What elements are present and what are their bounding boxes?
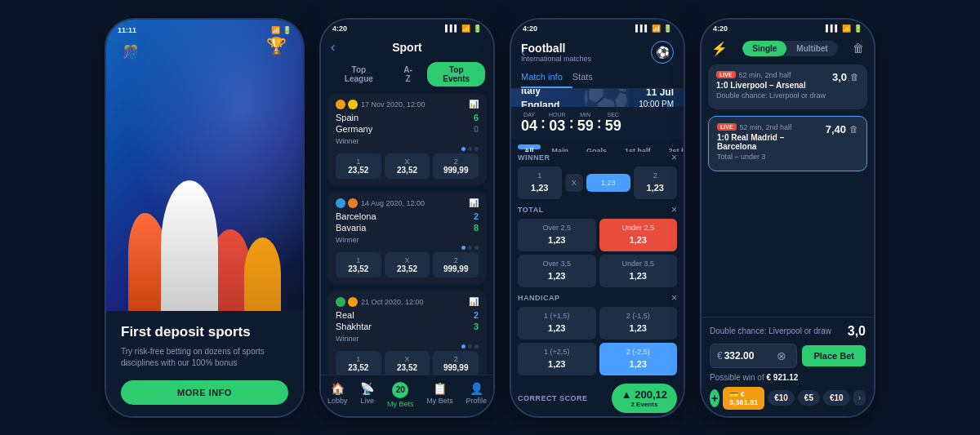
quick-amt-10b[interactable]: €10 — [823, 390, 850, 406]
filter-goals[interactable]: Goals — [580, 144, 613, 149]
tab-match-info[interactable]: Match info — [521, 67, 572, 88]
nav-lobby[interactable]: 🏠 Lobby — [327, 382, 348, 408]
status-time: 11:11 — [118, 26, 136, 34]
filter-tabs: Top League A-Z Top Events — [321, 59, 493, 90]
nav-bets[interactable]: 📋 My Bets — [426, 382, 453, 408]
tab-stats[interactable]: Stats — [572, 67, 603, 88]
filter-2st-half[interactable]: 2st half — [662, 144, 684, 149]
odds-btn-2-x[interactable]: X23,52 — [385, 252, 430, 277]
team-germany: Germany — [336, 124, 372, 134]
quick-amt-5[interactable]: €5 — [798, 390, 820, 406]
odds-btn-2-1[interactable]: 123,52 — [336, 252, 381, 277]
bet-trash-1[interactable]: 🗑 — [850, 72, 859, 82]
winner-bet-x-container: X — [565, 174, 584, 192]
total-section-title: TOTAL — [518, 206, 544, 214]
handicap-close-icon[interactable]: × — [671, 292, 677, 304]
countdown-day: Day 04 — [521, 112, 537, 135]
winner-close-icon[interactable]: × — [671, 152, 677, 163]
status-bar-betslip: 4:20 ▌▌▌📶🔋 — [702, 20, 874, 34]
bet-match-name-1: 1:0 Liverpool – Arsenal — [716, 81, 832, 90]
total-under-2-5[interactable]: Under 2,5 1,23 — [599, 219, 678, 251]
total-over-2-5[interactable]: Over 2,5 1,23 — [518, 219, 596, 251]
handicap-row-1: 1 (+1,5) 1,23 2 (-1,5) 1,23 — [518, 307, 677, 340]
wallet-balance-btn[interactable]: 💳 € 3,361.81 — [723, 387, 764, 410]
match-date-2: 14 Aug 2020, 12:00 — [336, 198, 425, 208]
quick-amt-10[interactable]: €10 — [768, 390, 795, 406]
winner-bet-1[interactable]: 1 1,23 — [518, 166, 562, 199]
tab-single[interactable]: Single — [742, 41, 786, 56]
handicap-2-minus1-5[interactable]: 2 (-1,5) 1,23 — [599, 307, 678, 340]
tab-multibet[interactable]: Multibet — [786, 41, 837, 56]
handicap-row-2: 1 (+2,5) 1,23 2 (-2,5) 1,23 — [518, 343, 677, 375]
team-barcelona: Barcelona — [336, 211, 376, 221]
stake-input-field[interactable] — [724, 350, 773, 362]
market-label-3: Winner — [336, 335, 479, 343]
countdown-sep-3: : — [597, 115, 602, 132]
bet-match-name-2: 1:0 Real Madrid – Barcelona — [717, 133, 826, 151]
filter-az[interactable]: A-Z — [394, 62, 423, 87]
nav-bets-label: My Bets — [426, 397, 453, 405]
filter-main[interactable]: Main — [546, 144, 576, 149]
teams-row-shakhtar: Shakhtar 3 — [336, 322, 479, 331]
odds-btn-3-2[interactable]: 2999,99 — [433, 351, 479, 375]
match-card-2: 14 Aug 2020, 12:00 📊 Barcelona 2 Bavaria… — [327, 192, 487, 284]
football-back-arrow[interactable]: ‹ — [521, 45, 525, 60]
team-bavaria: Bavaria — [336, 223, 366, 233]
betslip-header: ⚡ Single Multibet 🗑 — [702, 34, 874, 61]
live-badge-1: LIVE — [716, 71, 736, 78]
total-row-1: Over 2,5 1,23 Under 2,5 1,23 — [518, 219, 677, 251]
filter-all[interactable]: All — [518, 144, 541, 149]
filter-top-events[interactable]: Top Events — [427, 62, 485, 87]
nav-live[interactable]: 📡 Live — [360, 382, 374, 408]
winner-bet-x[interactable]: X — [565, 174, 584, 192]
total-over-3-5[interactable]: Over 3,5 1,23 — [518, 255, 596, 287]
total-close-icon[interactable]: × — [671, 204, 677, 215]
lobby-icon: 🏠 — [331, 382, 345, 395]
profile-icon: 👤 — [470, 382, 483, 395]
add-stake-btn[interactable]: + — [710, 389, 719, 407]
chart-icon-3: 📊 — [469, 297, 479, 306]
place-bet-button[interactable]: Place Bet — [802, 345, 866, 366]
odds-btn-2-2[interactable]: 2999,99 — [433, 252, 479, 277]
winner-bet-1-23-highlighted[interactable]: 1,23 — [586, 174, 630, 192]
odds-btn-1-x[interactable]: X 23,52 — [385, 153, 430, 179]
nav-mybets[interactable]: 20 My Bets — [387, 382, 414, 408]
phone-hero: 11:11 📶🔋 🏆 🎊 First deposit sports Try ri… — [105, 18, 305, 418]
bet-item-1: LIVE 52 min, 2nd half 1:0 Liverpool – Ar… — [708, 64, 867, 109]
filter-1st-half[interactable]: 1st half — [618, 144, 657, 149]
bet-item-1-header: LIVE 52 min, 2nd half 1:0 Liverpool – Ar… — [716, 71, 859, 100]
float-events-button[interactable]: ▲ 200,12 2 Events — [612, 384, 677, 413]
odds-row-2: 123,52 X23,52 2999,99 — [336, 252, 479, 277]
odds-btn-1-1[interactable]: 1 23,52 — [336, 153, 381, 179]
football-title-area: Football International matches — [521, 42, 651, 63]
more-amounts-btn[interactable]: › — [853, 390, 866, 406]
more-info-button[interactable]: MORE INFO — [121, 380, 288, 405]
hero-content: First deposit sports Try risk-free betti… — [106, 311, 303, 415]
handicap-1-plus1-5[interactable]: 1 (+1,5) 1,23 — [518, 307, 596, 340]
handicap-section-title: HANDICAP — [518, 294, 560, 302]
correct-score-title: CORRECT SCORE — [518, 394, 588, 402]
football-subtitle: International matches — [521, 55, 651, 63]
bet-item-2: LIVE 52 min, 2nd half 1:0 Real Madrid – … — [708, 116, 867, 171]
status-time-sport: 4:20 — [332, 24, 347, 33]
handicap-2-minus2-5[interactable]: 2 (-2,5) 1,23 — [599, 343, 678, 375]
stake-clear-btn[interactable]: ⊗ — [777, 349, 786, 362]
filter-top-league[interactable]: Top League — [329, 62, 389, 87]
athlete-far-right — [244, 237, 281, 311]
handicap-1-plus2-5[interactable]: 1 (+2,5) 1,23 — [518, 343, 596, 375]
countdown-sec: Sec 59 — [605, 112, 621, 135]
status-icons: 📶🔋 — [271, 26, 292, 34]
back-arrow-icon[interactable]: ‹ — [331, 40, 335, 55]
odds-btn-3-1[interactable]: 123,52 — [336, 351, 381, 375]
winner-bet-2[interactable]: 2 1,23 — [634, 166, 678, 199]
odds-btn-1-2[interactable]: 2 999,99 — [433, 153, 479, 179]
match-date-display: 11 Jul — [639, 89, 674, 99]
phone-football: 4:20 ▌▌▌📶🔋 ‹ Football International matc… — [510, 18, 685, 418]
score-real: 2 — [474, 310, 479, 320]
bet-trash-2[interactable]: 🗑 — [849, 124, 858, 134]
total-under-3-5[interactable]: Under 3,5 1,23 — [599, 255, 678, 287]
nav-profile[interactable]: 👤 Profile — [466, 382, 488, 408]
betslip-trash-icon[interactable]: 🗑 — [853, 42, 864, 55]
odds-btn-3-x[interactable]: X23,52 — [385, 351, 430, 375]
team-italy: Italy — [521, 89, 559, 96]
